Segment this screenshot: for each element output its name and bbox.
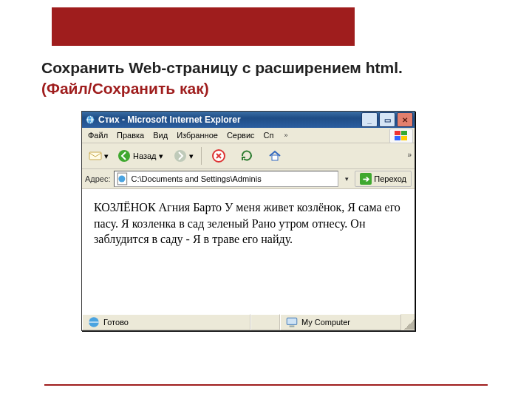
mail-button[interactable]: ▾ [85, 146, 112, 166]
svg-rect-5 [89, 152, 101, 160]
svg-rect-14 [290, 326, 295, 327]
svg-rect-3 [395, 136, 400, 140]
go-label: Переход [374, 174, 406, 183]
back-arrow-icon [117, 149, 131, 163]
menu-help[interactable]: Сп [259, 129, 279, 141]
menu-bar: Файл Правка Вид Избранное Сервис Сп » [82, 128, 415, 143]
close-button[interactable]: ✕ [397, 112, 413, 127]
svg-point-6 [118, 150, 130, 162]
slide-bottom-rule [44, 384, 488, 386]
status-empty-cell [250, 314, 280, 330]
menu-file[interactable]: Файл [83, 129, 112, 141]
ie-page-icon [116, 172, 129, 185]
svg-point-7 [174, 150, 186, 162]
menu-tools[interactable]: Сервис [222, 129, 259, 141]
toolbar-separator [201, 147, 202, 165]
svg-rect-1 [395, 131, 400, 135]
address-label: Адрес: [85, 174, 111, 183]
ie-status-icon [87, 316, 100, 329]
forward-button[interactable]: ▾ [170, 146, 197, 166]
status-zone-cell: My Computer [280, 314, 401, 330]
status-ready-cell: Готово [82, 314, 250, 330]
stop-icon [212, 149, 225, 163]
stop-button[interactable] [205, 146, 232, 166]
refresh-button[interactable] [233, 146, 260, 166]
ie-window: Стих - Microsoft Internet Explorer _ ▭ ✕… [81, 111, 415, 331]
heading-line1: Сохранить Web-страницу с расширением htm… [41, 59, 403, 76]
page-content: КОЗЛЁНОК Агния Барто У меня живет козлён… [82, 189, 415, 313]
menu-overflow-icon[interactable]: » [279, 130, 292, 140]
ie-logo-icon [85, 115, 95, 125]
menu-favorites[interactable]: Избранное [172, 129, 222, 141]
address-bar: Адрес: C:\Documents and Settings\Adminis… [82, 169, 415, 189]
heading-line2: (Файл/Сохранить как) [41, 80, 209, 97]
home-button[interactable] [262, 146, 288, 166]
minimize-button[interactable]: _ [361, 112, 378, 127]
svg-point-11 [118, 176, 125, 183]
menu-edit[interactable]: Правка [112, 129, 149, 141]
status-bar: Готово My Computer [82, 313, 415, 330]
address-field[interactable]: C:\Documents and Settings\Adminis [114, 171, 339, 187]
back-button[interactable]: Назад▾ [114, 146, 168, 166]
resize-grip[interactable] [401, 315, 415, 330]
toolbar: ▾ Назад▾ ▾ [82, 143, 415, 169]
title-bar[interactable]: Стих - Microsoft Internet Explorer _ ▭ ✕ [82, 112, 415, 128]
slide-heading: Сохранить Web-страницу с расширением htm… [41, 58, 502, 100]
go-arrow-icon: ➔ [360, 173, 372, 185]
address-path: C:\Documents and Settings\Adminis [132, 174, 262, 183]
envelope-icon [89, 149, 102, 163]
home-icon [268, 149, 282, 163]
forward-arrow-icon [174, 149, 187, 163]
address-dropdown-icon[interactable]: ▾ [341, 171, 352, 186]
refresh-icon [240, 149, 253, 163]
svg-rect-13 [287, 318, 297, 324]
go-button[interactable]: ➔ Переход [355, 171, 412, 187]
page-text: КОЗЛЁНОК Агния Барто У меня живет козлён… [94, 201, 400, 245]
status-zone-text: My Computer [301, 318, 350, 327]
window-title: Стих - Microsoft Internet Explorer [98, 115, 358, 125]
windows-flag-icon[interactable] [389, 129, 413, 143]
toolbar-overflow-icon[interactable]: » [407, 151, 412, 159]
svg-rect-9 [272, 155, 278, 160]
svg-rect-4 [401, 136, 407, 140]
computer-icon [285, 316, 299, 329]
status-ready-text: Готово [103, 318, 129, 327]
back-label: Назад [133, 151, 157, 160]
maximize-button[interactable]: ▭ [379, 112, 395, 127]
svg-rect-2 [401, 131, 407, 135]
menu-view[interactable]: Вид [149, 129, 172, 141]
slide-accent-bar [52, 7, 355, 46]
